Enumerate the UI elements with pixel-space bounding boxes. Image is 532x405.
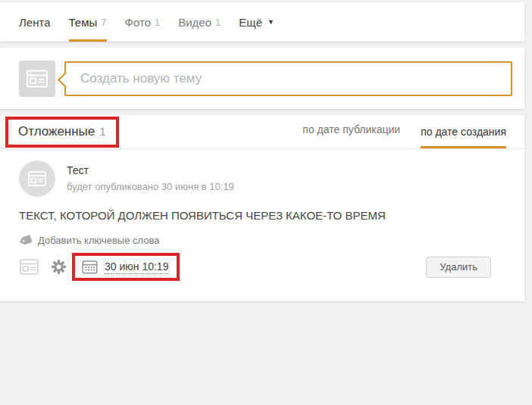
post-author-link[interactable]: Тест [67, 164, 234, 176]
delete-button[interactable]: Удалить [426, 257, 491, 278]
post-body-text: ТЕКСТ, КОТОРОЙ ДОЛЖЕН ПОЯВИТЬСЯ ЧЕРЕЗ КА… [19, 209, 506, 222]
news-feed-icon [19, 61, 55, 97]
post-meta: Тест будет опубликовано 30 июня в 10:19 [67, 160, 234, 192]
post-footer: 30 июн 10:19 Удалить [19, 253, 506, 281]
calendar-icon[interactable] [82, 260, 98, 274]
annotation-box-schedule: 30 июн 10:19 [72, 253, 180, 281]
postponed-post: Тест будет опубликовано 30 июня в 10:19 … [0, 149, 524, 281]
create-topic-panel [0, 48, 524, 109]
nav-item-label: Видео [178, 16, 211, 29]
section-header: Отложенные 1 по дате публикации по дате … [0, 115, 524, 149]
create-topic-input[interactable] [66, 63, 511, 95]
chevron-down-icon: ▼ [268, 18, 274, 26]
scheduled-time-link[interactable]: 30 июн 10:19 [105, 260, 168, 274]
section-count: 1 [99, 125, 105, 138]
nav-item-count: 7 [101, 17, 106, 28]
annotation-box-postponed: Отложенные 1 [5, 117, 119, 148]
nav-item-topics[interactable]: Темы 7 [69, 2, 107, 42]
avatar[interactable] [19, 160, 55, 197]
nav-item-label: Ещё [239, 16, 262, 29]
create-topic-bubble [64, 61, 512, 96]
post-header: Тест будет опубликовано 30 июня в 10:19 [19, 160, 506, 197]
tab-by-publication-date[interactable]: по дате публикации [302, 123, 400, 148]
tag-icon [17, 234, 33, 248]
tab-by-creation-date[interactable]: по дате создания [421, 126, 506, 148]
attachment-topic-icon[interactable] [19, 258, 39, 276]
add-keywords-button[interactable]: Добавить ключевые слова [19, 235, 506, 246]
nav-item-photos[interactable]: Фото 1 [125, 2, 161, 42]
nav: Лента Темы 7 Фото 1 Видео 1 Ещё ▼ [0, 2, 524, 42]
section-title: Отложенные [18, 124, 95, 139]
nav-item-count: 1 [155, 17, 160, 28]
page: Лента Темы 7 Фото 1 Видео 1 Ещё ▼ [0, 0, 532, 405]
postponed-section: Отложенные 1 по дате публикации по дате … [0, 115, 524, 301]
settings-gear-icon[interactable] [51, 259, 67, 275]
add-keywords-label: Добавить ключевые слова [38, 235, 160, 246]
nav-item-more[interactable]: Ещё ▼ [239, 2, 274, 42]
nav-item-label: Темы [69, 16, 98, 29]
nav-item-videos[interactable]: Видео 1 [178, 2, 221, 42]
nav-item-feed[interactable]: Лента [19, 2, 51, 42]
top-nav-bar: Лента Темы 7 Фото 1 Видео 1 Ещё ▼ [0, 2, 524, 42]
post-publish-info: будет опубликовано 30 июня в 10:19 [67, 181, 234, 192]
nav-item-label: Фото [125, 16, 151, 29]
nav-item-label: Лента [19, 16, 51, 29]
sort-tabs: по дате публикации по дате создания [302, 115, 506, 148]
nav-item-count: 1 [215, 17, 221, 28]
